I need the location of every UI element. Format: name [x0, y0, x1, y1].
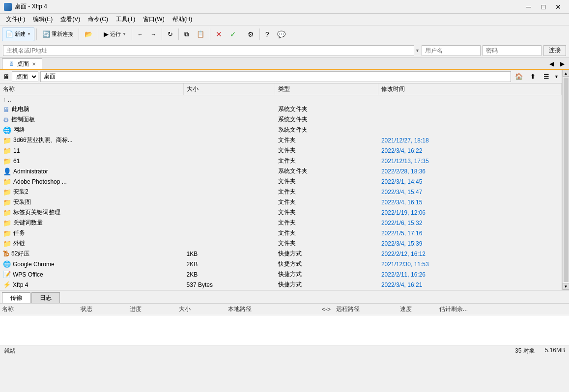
- chat-button[interactable]: 💬: [274, 28, 289, 41]
- row-modified: 2022/3/4, 16:21: [378, 280, 561, 290]
- scroll-down-button[interactable]: ▼: [563, 283, 569, 290]
- connect-action-button[interactable]: 连接: [543, 45, 566, 56]
- row-modified: 2022/2/11, 16:26: [378, 269, 561, 280]
- table-row[interactable]: 🖥 此电脑 系统文件夹: [0, 104, 562, 114]
- file-list-scroll[interactable]: 名称 大小 类型 修改时间 ↑ ..: [0, 84, 562, 290]
- table-row[interactable]: 📁 Adobe Photoshop ... 文件夹 2022/3/1, 14:4…: [0, 176, 562, 187]
- title-bar-left: 桌面 - Xftp 4: [4, 2, 47, 11]
- row-type: 文件夹: [275, 197, 378, 207]
- table-row[interactable]: 📁 标签页关键词整理 文件夹 2022/1/19, 12:06: [0, 207, 562, 218]
- main-area: 🖥 桌面 🏠 ⬆ ☰ ▼: [0, 70, 569, 345]
- chat-icon: 💬: [277, 30, 285, 38]
- row-size: [183, 156, 275, 166]
- settings-button[interactable]: ⚙: [244, 28, 257, 41]
- row-name: 📁 安装图: [0, 197, 183, 207]
- row-modified: [378, 125, 561, 135]
- tab-close-button[interactable]: ✕: [32, 61, 36, 67]
- drive-selector[interactable]: 桌面: [12, 71, 38, 82]
- disconnect-button[interactable]: ✕: [212, 28, 226, 41]
- nav-back-button[interactable]: ←: [134, 28, 146, 41]
- reconnect-button[interactable]: 🔄 重新连接: [39, 28, 77, 41]
- table-row[interactable]: 📁 安装2 文件夹 2022/3/4, 15:47: [0, 187, 562, 197]
- row-name: ⚙ 控制面板: [0, 114, 183, 125]
- menu-command[interactable]: 命令(C): [84, 14, 112, 25]
- run-dropdown-icon: ▼: [122, 32, 126, 36]
- password-input[interactable]: [483, 45, 541, 56]
- table-row[interactable]: 🌐 网络 系统文件夹: [0, 125, 562, 135]
- row-name: 📁 任务: [0, 228, 183, 238]
- tab-desktop[interactable]: 🖥 桌面 ✕: [2, 58, 42, 69]
- col-type-header[interactable]: 类型: [275, 84, 378, 95]
- table-row[interactable]: 📁 任务 文件夹 2022/1/5, 17:16: [0, 228, 562, 238]
- local-path-input[interactable]: [40, 71, 511, 82]
- separator-1: [36, 28, 37, 40]
- menu-edit[interactable]: 编辑(E): [29, 14, 57, 25]
- row-modified: 2022/1/5, 17:16: [378, 228, 561, 238]
- row-type: 系统文件夹: [275, 166, 378, 176]
- main-scrollbar[interactable]: ▲ ▼: [562, 70, 569, 290]
- status-bar: 就绪 35 对象 5.16MB: [0, 345, 569, 357]
- close-button[interactable]: ✕: [551, 2, 565, 12]
- scrollbar-thumb[interactable]: [564, 78, 569, 282]
- connect-button[interactable]: ✓: [227, 28, 240, 41]
- maximize-button[interactable]: □: [537, 2, 550, 12]
- table-row[interactable]: 📁 安装图 文件夹 2022/3/4, 16:15: [0, 197, 562, 207]
- row-name: 🌐 Google Chrome: [0, 259, 183, 269]
- app-icon: [4, 3, 12, 11]
- host-input[interactable]: [3, 45, 414, 56]
- run-button[interactable]: ▶ 运行 ▼: [100, 28, 130, 41]
- table-row[interactable]: 🌐 Google Chrome 2KB 快捷方式 2021/12/30, 11:…: [0, 259, 562, 269]
- table-row[interactable]: 📁 外链 文件夹 2022/3/4, 15:39: [0, 238, 562, 249]
- table-row[interactable]: 📝 WPS Office 2KB 快捷方式 2022/2/11, 16:26: [0, 269, 562, 280]
- col-modified-header[interactable]: 修改时间: [378, 84, 561, 95]
- up-size: [183, 95, 275, 105]
- nav-forward-button[interactable]: →: [147, 28, 160, 41]
- tab-scroll-left[interactable]: ◀: [546, 59, 556, 69]
- table-row[interactable]: 👤 Administrator 系统文件夹 2022/2/28, 18:36: [0, 166, 562, 176]
- new-button[interactable]: 📄 新建 ▼: [2, 28, 34, 41]
- table-row[interactable]: 📁 11 文件夹 2022/3/4, 16:22: [0, 145, 562, 156]
- separator-7: [210, 28, 210, 40]
- transfer-col-progress: 进度: [130, 305, 179, 313]
- menu-file[interactable]: 文件(F): [2, 14, 29, 25]
- connect-icon: ✓: [230, 30, 236, 39]
- row-size: [183, 114, 275, 125]
- up-icon: ↑ ..: [3, 96, 11, 103]
- transfer-col-remain: 估计剩余...: [439, 305, 567, 313]
- scroll-up-button[interactable]: ▲: [563, 70, 569, 77]
- copy-button[interactable]: ⧉: [181, 28, 192, 41]
- table-row[interactable]: 🗜 52好压 1KB 快捷方式 2022/2/12, 16:12: [0, 249, 562, 259]
- tab-navigation: ◀ ▶: [546, 59, 567, 69]
- separator-5: [162, 28, 162, 40]
- username-input[interactable]: [422, 45, 481, 56]
- panel-home-button[interactable]: 🏠: [513, 71, 525, 82]
- transfer-tab-transfer[interactable]: 传输: [2, 292, 30, 303]
- view-icon: ☰: [543, 73, 549, 80]
- col-name-header[interactable]: 名称: [0, 84, 183, 95]
- table-row[interactable]: ⚡ Xftp 4 537 Bytes 快捷方式 2022/3/4, 16:21: [0, 280, 562, 290]
- menu-help[interactable]: 帮助(H): [169, 14, 197, 25]
- open-session-button[interactable]: 📂: [81, 28, 96, 41]
- row-type: 快捷方式: [275, 280, 378, 290]
- table-row[interactable]: ↑ ..: [0, 95, 562, 105]
- refresh-button[interactable]: ↻: [164, 28, 176, 41]
- run-label: 运行: [110, 30, 121, 38]
- menu-window[interactable]: 窗口(W): [139, 14, 168, 25]
- transfer-col-size: 大小: [179, 305, 228, 313]
- table-row[interactable]: 📁 61 文件夹 2021/12/13, 17:35: [0, 156, 562, 166]
- table-row[interactable]: ⚙ 控制面板 系统文件夹: [0, 114, 562, 125]
- transfer-tab-log[interactable]: 日志: [31, 292, 60, 303]
- tab-scroll-right[interactable]: ▶: [557, 59, 567, 69]
- panel-view-button[interactable]: ☰: [541, 71, 552, 82]
- table-row[interactable]: 📁 关键词数量 文件夹 2022/1/6, 15:32: [0, 218, 562, 228]
- minimize-button[interactable]: ─: [522, 2, 536, 12]
- menu-view[interactable]: 查看(V): [57, 14, 84, 25]
- table-row[interactable]: 📁 3d66营业执照、商标... 文件夹 2021/12/27, 18:18: [0, 135, 562, 145]
- help-button[interactable]: ?: [262, 28, 273, 41]
- paste-button[interactable]: 📋: [193, 28, 208, 41]
- row-modified: 2022/2/12, 16:12: [378, 249, 561, 259]
- panel-parent-button[interactable]: ⬆: [527, 71, 539, 82]
- row-type: 快捷方式: [275, 249, 378, 259]
- menu-tools[interactable]: 工具(T): [112, 14, 139, 25]
- col-size-header[interactable]: 大小: [183, 84, 275, 95]
